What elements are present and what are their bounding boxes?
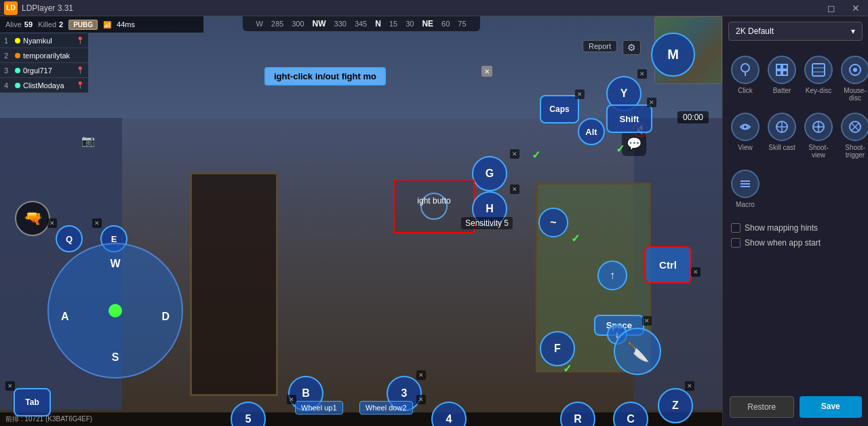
- key-z-button[interactable]: Z: [658, 388, 693, 423]
- key-shift-button[interactable]: Shift: [606, 104, 652, 133]
- sensitivity-label: Sensitivity 5: [461, 217, 513, 229]
- key-y-close[interactable]: ✕: [637, 69, 647, 79]
- macro-label: Macro: [736, 201, 755, 208]
- key-arrow-up-button[interactable]: ↑: [597, 260, 627, 290]
- panel-bottom-buttons: Restore Save: [723, 396, 868, 418]
- key-wheeldown-close[interactable]: ✕: [416, 395, 426, 404]
- key-ctrl-button[interactable]: Ctrl: [644, 246, 692, 284]
- chat-button[interactable]: 💬: [622, 132, 646, 156]
- key-m-button[interactable]: M: [651, 33, 695, 77]
- close-window-button[interactable]: ✕: [844, 0, 868, 16]
- key-tilde-label: ~: [550, 216, 556, 229]
- macro-icon: [731, 170, 760, 198]
- restore-window-button[interactable]: ◻: [819, 0, 844, 16]
- right-panel: 2K Default ▾ Click Batter Key-disc: [722, 16, 868, 426]
- key-g-label: G: [486, 168, 494, 180]
- key-tab-button[interactable]: Tab: [14, 388, 51, 417]
- player-item-3: 3 0rgul717 📍: [0, 63, 88, 78]
- key-q-close[interactable]: ✕: [47, 218, 57, 228]
- icon-view[interactable]: View: [728, 109, 762, 163]
- wheel-down-label[interactable]: Wheel dow2: [359, 401, 413, 414]
- killed-status: Killed 2: [38, 20, 63, 28]
- pubg-badge: PUBG: [68, 20, 98, 30]
- icon-shoot-trigger[interactable]: Shoot-trigger: [838, 109, 868, 163]
- app-title: LDPlayer 3.31: [22, 3, 73, 13]
- show-on-start-checkbox[interactable]: [731, 238, 741, 248]
- move-s-label: S: [112, 351, 119, 364]
- show-on-start-checkbox-row[interactable]: Show when app start: [731, 238, 860, 248]
- compass-60: 60: [441, 20, 450, 28]
- svg-rect-6: [812, 64, 825, 76]
- restore-button[interactable]: Restore: [730, 396, 794, 418]
- player-1-dot: [15, 38, 20, 43]
- key-c-label: C: [627, 413, 635, 425]
- key-tilde-button[interactable]: ~: [538, 208, 568, 237]
- key-3-close[interactable]: ✕: [416, 370, 426, 380]
- player-3-name: 0rgul717: [23, 66, 73, 75]
- show-hints-checkbox[interactable]: [731, 223, 741, 233]
- app-logo: LD: [4, 1, 18, 15]
- compass-285: 285: [271, 20, 283, 28]
- key-caps-close[interactable]: ✕: [575, 90, 585, 99]
- key-3-label: 3: [401, 387, 408, 400]
- svg-point-11: [743, 125, 747, 129]
- icon-skill-cast[interactable]: Skill cast: [765, 109, 799, 163]
- key-b-label: B: [302, 387, 310, 400]
- player-list: 1 Nyamkul 📍 2 temporarilytak 3 0rgul717 …: [0, 33, 88, 93]
- key-tab-close[interactable]: ✕: [5, 381, 15, 391]
- key-caps-button[interactable]: Caps: [540, 95, 579, 123]
- key-h-close[interactable]: ✕: [510, 185, 519, 194]
- key-alt-button[interactable]: Alt: [578, 118, 605, 145]
- player-2-num: 2: [4, 52, 12, 60]
- joystick-center: [108, 304, 122, 317]
- player-2-name: temporarilytak: [23, 52, 84, 60]
- key-shift-label: Shift: [620, 114, 639, 124]
- key-tooltip: ight-click in/out fight mo: [264, 67, 386, 85]
- ping-display: 44ms: [117, 20, 135, 28]
- key-g-button[interactable]: G: [472, 156, 507, 191]
- movement-joystick[interactable]: W A S D: [47, 243, 183, 379]
- svg-point-18: [817, 125, 820, 128]
- wheel-up-label[interactable]: Wheel up1: [295, 401, 343, 414]
- key-e-close[interactable]: ✕: [92, 218, 102, 228]
- key-wheelup-close[interactable]: ✕: [287, 395, 296, 404]
- player-4-name: ClistModaya: [23, 81, 73, 90]
- key-r-label: R: [574, 413, 582, 425]
- tooltip-close-button[interactable]: ✕: [481, 66, 492, 77]
- key-y-label: Y: [620, 88, 628, 100]
- hud-status-bar: Alive 59 Killed 2 PUBG 📶 44ms: [0, 16, 203, 33]
- knife-button[interactable]: 🔪: [614, 328, 661, 375]
- icon-key-disc[interactable]: Key-disc: [802, 52, 835, 106]
- show-hints-checkbox-row[interactable]: Show mapping hints: [731, 223, 860, 233]
- key-4-label: 4: [446, 413, 452, 425]
- icon-mouse-disc[interactable]: Mouse-disc: [838, 52, 868, 106]
- player-4-dot: [15, 83, 20, 88]
- wifi-icon: 📶: [103, 21, 111, 28]
- icon-shoot-view[interactable]: Shoot-view: [802, 109, 835, 163]
- resolution-dropdown[interactable]: 2K Default ▾: [728, 22, 863, 41]
- click-label: Click: [738, 87, 753, 94]
- icon-click[interactable]: Click: [728, 52, 762, 106]
- key-q-button[interactable]: Q: [56, 225, 83, 252]
- settings-button[interactable]: ⚙: [623, 40, 641, 55]
- key-f-button[interactable]: F: [540, 331, 575, 366]
- shoot-trigger-label: Shoot-trigger: [841, 144, 868, 159]
- icon-batter[interactable]: Batter: [765, 52, 799, 106]
- icon-macro[interactable]: Macro: [728, 166, 762, 212]
- key-space-close[interactable]: ✕: [642, 316, 652, 326]
- show-on-start-label: Show when app start: [745, 238, 821, 248]
- key-z-close[interactable]: ✕: [685, 381, 694, 391]
- door-frame: [190, 172, 278, 396]
- key-ctrl-label: Ctrl: [659, 259, 677, 271]
- key-g-close[interactable]: ✕: [510, 149, 519, 159]
- compass-ne: NE: [422, 19, 433, 28]
- player-4-num: 4: [4, 81, 12, 90]
- save-button[interactable]: Save: [800, 396, 863, 418]
- player-3-dot: [15, 68, 20, 73]
- report-button[interactable]: Report: [583, 40, 617, 52]
- green-tick-1: ✓: [616, 142, 625, 155]
- key-ctrl-close[interactable]: ✕: [691, 267, 701, 277]
- key-shift-close[interactable]: ✕: [647, 98, 656, 107]
- show-hints-label: Show mapping hints: [745, 223, 818, 233]
- player-3-location-icon: 📍: [76, 66, 84, 74]
